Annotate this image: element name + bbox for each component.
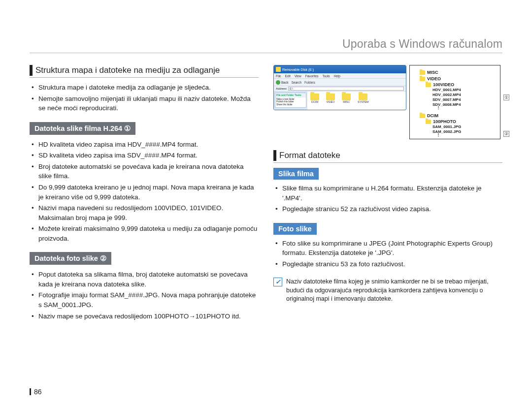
subsection-film: Slika filma bbox=[273, 168, 319, 180]
bullet-item: Poput datoteka sa slikama filma, broj da… bbox=[30, 270, 259, 289]
bullet-item: Naziv mape se povećava redoslijedom 100P… bbox=[30, 312, 259, 321]
film-bullet-list: Slike filma su komprimirane u H.264 form… bbox=[273, 184, 502, 214]
tree-label: MISC bbox=[427, 70, 438, 75]
address-field[interactable]: E:\ bbox=[288, 87, 404, 91]
folders-button[interactable]: Folders bbox=[304, 81, 315, 84]
folder-icon bbox=[420, 114, 425, 118]
bullet-item: Nemojte samovoljno mijenjati ili uklanja… bbox=[30, 94, 259, 113]
tree-file: HDV_0001.MP4 bbox=[432, 88, 497, 92]
folder-icon bbox=[420, 70, 425, 75]
explorer-menubar: File Edit View Favorites Tools Help bbox=[274, 73, 406, 79]
tree-file: SDV_0007.MP4 bbox=[432, 97, 497, 102]
folder-item[interactable]: VIDEO bbox=[326, 94, 335, 103]
explorer-title-text: Removable Disk (E:) bbox=[282, 68, 314, 71]
folder-icon bbox=[420, 77, 425, 81]
tree-dots: ⋮ bbox=[436, 134, 497, 136]
task-item[interactable]: Share this folder bbox=[276, 103, 305, 106]
task-panel: File and Folder Tasks Make a new folder … bbox=[274, 92, 307, 110]
tree-file: SAM_0002.JPG bbox=[432, 129, 497, 134]
address-label: Address bbox=[276, 87, 287, 90]
section-heading-format: Format datoteke bbox=[273, 150, 502, 163]
task-box: File and Folder Tasks Make a new folder … bbox=[275, 93, 306, 108]
tree-label: DCIM bbox=[427, 113, 438, 118]
bullet-item: Foto slike su komprimirane u JPEG (Joint… bbox=[273, 239, 502, 258]
tree-label: 100VIDEO bbox=[433, 82, 454, 87]
page-number: 86 bbox=[30, 388, 42, 395]
note-text: Naziv datototeke filma kojeg je snimio k… bbox=[286, 278, 502, 304]
folder-item[interactable]: SYSTEM bbox=[358, 94, 369, 103]
bullet-item: Pogledajte stranicu 52 za razlučivost vi… bbox=[273, 204, 502, 214]
menu-item[interactable]: Edit bbox=[285, 74, 290, 78]
folder-icon bbox=[359, 94, 367, 100]
bullet-item: Fotografije imaju format SAM_####.JPG. N… bbox=[30, 290, 259, 310]
task-header: File and Folder Tasks bbox=[275, 93, 306, 97]
subsection-photo: Datoteka foto slike ② bbox=[30, 252, 111, 265]
menu-item[interactable]: View bbox=[295, 74, 301, 78]
folder-tree-diagram: MISC VIDEO 100VIDEO HDV_0001.MP4 HDV_000… bbox=[409, 65, 500, 139]
folder-icon bbox=[426, 83, 431, 87]
folder-icon bbox=[310, 94, 319, 100]
subsection-foto: Foto slike bbox=[273, 223, 317, 235]
tree-file: SDV_0008.MP4 bbox=[432, 102, 497, 107]
right-column: Removable Disk (E:) File Edit View Favor… bbox=[273, 65, 502, 330]
bullet-item: Pogledajte stranicu 53 za foto razlučivo… bbox=[273, 259, 502, 269]
search-button[interactable]: Search bbox=[291, 81, 301, 84]
menu-item[interactable]: Tools bbox=[322, 74, 330, 78]
explorer-titlebar: Removable Disk (E:) bbox=[274, 65, 406, 73]
drive-icon bbox=[276, 67, 281, 72]
tree-file: SAM_0001.JPG bbox=[432, 125, 497, 129]
bullet-item: Do 9,999 datoteka kreirano je u jednoj m… bbox=[30, 183, 259, 202]
folder-icon bbox=[426, 120, 431, 124]
bullet-item: Nazivi mapa navedeni su redoslijedom 100… bbox=[30, 203, 259, 222]
folder-area: DCIM VIDEO MISC SYSTEM bbox=[307, 92, 406, 110]
section-heading-structure: Struktura mapa i datoteke na mediju za o… bbox=[30, 65, 259, 78]
menu-item[interactable]: Help bbox=[334, 74, 340, 78]
menu-item[interactable]: Favorites bbox=[305, 74, 319, 78]
note-box: ✓ Naziv datototeke filma kojeg je snimio… bbox=[273, 278, 502, 304]
address-bar: Address E:\ bbox=[274, 86, 406, 92]
explorer-window: Removable Disk (E:) File Edit View Favor… bbox=[273, 65, 406, 110]
bullet-item: HD kvaliteta video zapisa ima HDV_####.M… bbox=[30, 140, 259, 150]
subsection-h264: Datoteka slike filma H.264 ① bbox=[30, 122, 135, 135]
section-heading-text: Format datoteke bbox=[279, 151, 340, 160]
bullet-item: Možete kreirati maksimalno 9,999 datotek… bbox=[30, 224, 259, 243]
bullet-item: Struktura mape i datoteke medija za odla… bbox=[30, 83, 259, 93]
folder-icon bbox=[326, 94, 335, 100]
note-icon: ✓ bbox=[273, 278, 282, 286]
tree-label: VIDEO bbox=[427, 76, 441, 81]
menu-item[interactable]: File bbox=[276, 74, 281, 78]
callout-2: ② bbox=[503, 131, 509, 137]
structure-bullet-list: Struktura mape i datoteke medija za odla… bbox=[30, 83, 259, 113]
folder-icon bbox=[342, 94, 351, 100]
tree-label: 100PHOTO bbox=[433, 119, 456, 124]
bullet-item: Broj datoteke automatski se povećava kad… bbox=[30, 162, 259, 181]
bullet-item: SD kvaliteta video zapisa ima SDV_####.M… bbox=[30, 151, 259, 160]
callout-1: ① bbox=[503, 94, 509, 100]
back-button[interactable]: Back bbox=[276, 80, 288, 85]
screenshot-area: Removable Disk (E:) File Edit View Favor… bbox=[273, 65, 502, 139]
explorer-toolbar: Back Search Folders bbox=[274, 79, 406, 86]
folder-item[interactable]: DCIM bbox=[310, 94, 319, 103]
bullet-item: Slike filma su komprimirane u H.264 form… bbox=[273, 184, 502, 203]
folder-item[interactable]: MISC bbox=[342, 94, 351, 103]
photo-bullet-list: Poput datoteka sa slikama filma, broj da… bbox=[30, 270, 259, 321]
section-heading-text: Struktura mapa i datoteke na mediju za o… bbox=[35, 65, 220, 75]
chapter-title: Uporaba s Windows računalom bbox=[30, 0, 502, 53]
tree-file: HDV_0002.MP4 bbox=[432, 93, 497, 97]
left-column: Struktura mapa i datoteke na mediju za o… bbox=[30, 65, 259, 330]
foto-bullet-list: Foto slike su komprimirane u JPEG (Joint… bbox=[273, 239, 502, 269]
h264-bullet-list: HD kvaliteta video zapisa ima HDV_####.M… bbox=[30, 140, 259, 244]
